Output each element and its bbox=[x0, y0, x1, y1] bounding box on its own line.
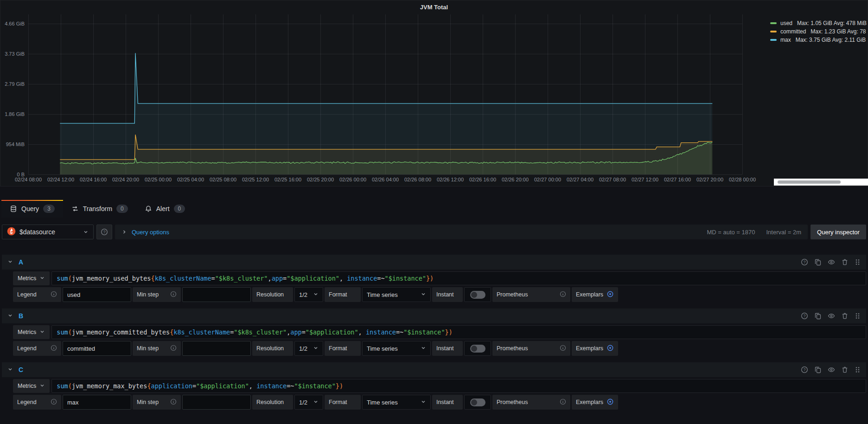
legend-item-committed[interactable]: committedMax: 1.23 GiB Avg: 78 bbox=[770, 27, 868, 36]
toggle-query-visibility-button[interactable] bbox=[828, 258, 835, 266]
datasource-type-label-label: Prometheus bbox=[497, 291, 528, 298]
query-header-C[interactable]: C? bbox=[2, 362, 866, 377]
resolution-select[interactable]: 1/2 bbox=[294, 395, 323, 410]
max-data-points-text: MD = auto = 1870 bbox=[707, 229, 755, 236]
editor-tabs: Query3Transform0Alert0 bbox=[0, 200, 868, 217]
legend-input[interactable] bbox=[63, 287, 131, 302]
query-refid: C bbox=[19, 366, 23, 373]
datasource-type-label-label: Prometheus bbox=[497, 345, 528, 352]
format-label: Format bbox=[325, 341, 361, 356]
info-icon bbox=[51, 345, 57, 353]
chevron-down-icon bbox=[7, 366, 13, 373]
query-help-button[interactable]: ? bbox=[801, 366, 808, 373]
x-axis-label: 02/26 00:00 bbox=[339, 177, 366, 182]
min-step-input[interactable] bbox=[182, 395, 251, 410]
format-select[interactable]: Time series bbox=[362, 287, 431, 302]
delete-query-button[interactable] bbox=[841, 312, 849, 320]
query-options-label[interactable]: Query options bbox=[132, 229, 169, 236]
instant-toggle[interactable] bbox=[464, 287, 491, 302]
promql-token: ( bbox=[68, 382, 72, 390]
format-value: Time series bbox=[367, 345, 398, 352]
drag-handle[interactable] bbox=[855, 312, 861, 320]
y-axis-label: 2.79 GiB bbox=[5, 81, 25, 87]
instant-toggle[interactable] bbox=[464, 395, 491, 410]
resolution-select[interactable]: 1/2 bbox=[294, 287, 323, 302]
info-icon bbox=[560, 345, 566, 353]
promql-token: = bbox=[192, 382, 196, 390]
toggle-track[interactable] bbox=[470, 291, 485, 299]
promql-token: , bbox=[287, 328, 290, 336]
legend-label-label: Legend bbox=[17, 291, 37, 298]
metrics-dropdown[interactable]: Metrics bbox=[13, 379, 50, 393]
timeseries-chart[interactable]: 0 B954 MiB1.86 GiB2.79 GiB3.73 GiB4.66 G… bbox=[0, 0, 868, 187]
promql-token: jvm_memory_committed_bytes bbox=[72, 328, 170, 336]
query-list: A?Metricssum(jvm_memory_used_bytes{k8s_c… bbox=[2, 255, 866, 410]
datasource-help-button[interactable]: ? bbox=[96, 225, 112, 239]
query-options-bar[interactable]: Query options MD = auto = 1870 Interval … bbox=[115, 225, 808, 239]
exemplars-icon bbox=[606, 290, 614, 299]
legend-item-max[interactable]: maxMax: 3.75 GiB Avg: 2.11 GiB bbox=[770, 36, 868, 44]
promql-token: { bbox=[151, 275, 155, 282]
delete-query-button[interactable] bbox=[841, 366, 849, 373]
query-options-row: LegendMin stepResolution1/2FormatTime se… bbox=[13, 287, 866, 302]
duplicate-query-button[interactable] bbox=[814, 312, 822, 320]
drag-handle[interactable] bbox=[855, 366, 861, 373]
promql-expression-input[interactable]: sum(jvm_memory_max_bytes{application="$a… bbox=[51, 379, 866, 393]
promql-token: =~ bbox=[287, 382, 294, 390]
query-help-button[interactable]: ? bbox=[801, 258, 808, 266]
min-step-input[interactable] bbox=[182, 341, 251, 356]
format-select[interactable]: Time series bbox=[362, 341, 431, 356]
promql-expression-input[interactable]: sum(jvm_memory_used_bytes{k8s_clusterNam… bbox=[51, 271, 866, 285]
duplicate-query-button[interactable] bbox=[814, 258, 822, 266]
tab-query[interactable]: Query3 bbox=[1, 200, 63, 217]
promql-token: instance bbox=[347, 275, 377, 282]
promql-token: , bbox=[249, 382, 256, 390]
format-value: Time series bbox=[367, 291, 398, 298]
min-step-input[interactable] bbox=[182, 287, 251, 302]
resolution-value: 1/2 bbox=[299, 291, 307, 298]
chevron-down-icon bbox=[421, 399, 426, 406]
legend-label: Legend bbox=[13, 395, 61, 410]
format-select[interactable]: Time series bbox=[362, 395, 431, 410]
promql-expression-input[interactable]: sum(jvm_memory_committed_bytes{k8s_clust… bbox=[51, 325, 866, 339]
query-row-C: C?Metricssum(jvm_memory_max_bytes{applic… bbox=[2, 362, 866, 410]
metrics-dropdown[interactable]: Metrics bbox=[13, 271, 50, 285]
x-axis-label: 02/26 08:00 bbox=[404, 177, 431, 182]
query-refid: B bbox=[19, 312, 23, 320]
chevron-down-icon bbox=[39, 383, 45, 390]
tab-transform[interactable]: Transform0 bbox=[63, 200, 136, 217]
legend-scrollbar-thumb[interactable] bbox=[778, 180, 841, 184]
toggle-track[interactable] bbox=[470, 398, 485, 406]
drag-handle[interactable] bbox=[855, 258, 861, 266]
duplicate-query-button[interactable] bbox=[814, 366, 822, 373]
resolution-value: 1/2 bbox=[299, 399, 307, 406]
query-inspector-button[interactable]: Query inspector bbox=[811, 225, 866, 239]
tab-alert[interactable]: Alert0 bbox=[136, 200, 193, 217]
promql-token: application bbox=[151, 382, 192, 390]
query-header-B[interactable]: B? bbox=[2, 308, 866, 323]
datasource-picker[interactable]: $datasource bbox=[2, 225, 94, 239]
legend-swatch bbox=[770, 31, 777, 32]
legend-input[interactable] bbox=[63, 341, 131, 356]
delete-query-button[interactable] bbox=[841, 258, 849, 266]
toggle-track[interactable] bbox=[470, 345, 485, 353]
query-header-A[interactable]: A? bbox=[2, 255, 866, 270]
legend-item-used[interactable]: usedMax: 1.05 GiB Avg: 478 MiB bbox=[770, 19, 868, 27]
x-axis-label: 02/25 08:00 bbox=[210, 177, 236, 182]
metrics-dropdown[interactable]: Metrics bbox=[13, 325, 50, 339]
promql-token: "$k8s_cluster" bbox=[234, 328, 287, 336]
legend-scrollbar[interactable] bbox=[774, 179, 868, 186]
min-step-label: Min step bbox=[133, 341, 181, 356]
datasource-type-label-label: Prometheus bbox=[497, 399, 528, 405]
resolution-select[interactable]: 1/2 bbox=[294, 341, 323, 356]
format-label: Format bbox=[325, 395, 361, 410]
legend-label-label: Legend bbox=[17, 345, 37, 352]
legend-input[interactable] bbox=[63, 395, 131, 410]
toggle-query-visibility-button[interactable] bbox=[828, 312, 835, 320]
legend-label: Legend bbox=[13, 287, 61, 302]
query-help-button[interactable]: ? bbox=[801, 312, 808, 320]
metrics-dropdown-label: Metrics bbox=[18, 383, 36, 389]
toggle-query-visibility-button[interactable] bbox=[828, 366, 835, 373]
instant-toggle[interactable] bbox=[464, 341, 491, 356]
x-axis-label: 02/27 16:00 bbox=[664, 177, 691, 182]
